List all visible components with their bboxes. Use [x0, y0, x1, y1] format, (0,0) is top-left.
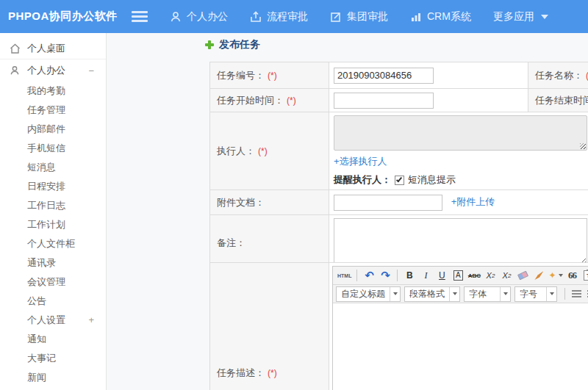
bold-button[interactable]: B — [402, 268, 417, 283]
description-label: 任务描述：(*) — [210, 263, 329, 390]
brush-icon — [534, 271, 543, 280]
workflow-approve-icon — [250, 11, 262, 23]
table-row: 任务描述：(*) HTML ↶ ↷ B I U A — [210, 263, 588, 390]
underline-button[interactable]: U — [434, 268, 449, 283]
paragraph-format-select[interactable]: 段落格式 — [404, 286, 460, 302]
caret-down-icon — [559, 274, 563, 277]
sidebar-item-personal-office[interactable]: 个人办公 − — [0, 59, 106, 82]
separator — [356, 270, 357, 281]
nav-more-apps[interactable]: 更多应用 — [493, 10, 548, 24]
choose-executor-link[interactable]: +选择执行人 — [334, 155, 387, 168]
caret-down-icon — [541, 15, 548, 19]
font-family-select[interactable]: 字体 — [464, 286, 511, 302]
remove-format-button[interactable] — [515, 268, 530, 283]
start-time-label: 任务开始时间：(*) — [210, 89, 329, 112]
wand-icon: ✦ — [548, 270, 556, 281]
task-name-label: 任务名称：(*) — [528, 62, 588, 89]
format-painter-button[interactable] — [531, 268, 546, 283]
sidebar-item-internal-mail[interactable]: 内部邮件 — [0, 120, 106, 139]
sidebar-submenu: 我的考勤 任务管理 内部邮件 手机短信 短消息 日程安排 工作日志 工作计划 个… — [0, 82, 106, 390]
editor-content-area[interactable] — [333, 303, 588, 390]
publish-task-form: 任务编号：(*) 任务名称：(*) 任务开始时间：(*) 任务结束时间：(*) … — [209, 62, 588, 271]
sms-remind-label: 短消息提示 — [408, 173, 456, 187]
clipboard-icon: T — [584, 270, 588, 281]
executor-textarea[interactable] — [334, 115, 587, 151]
sidebar: 个人桌面 个人办公 − 我的考勤 任务管理 内部邮件 手机短信 短消息 日程安排… — [0, 33, 107, 390]
blockquote-button[interactable]: 66 — [565, 268, 580, 283]
italic-button[interactable]: I — [418, 268, 433, 283]
sidebar-item-news[interactable]: 新闻 — [0, 368, 106, 387]
sidebar-item-personal-desktop[interactable]: 个人桌面 — [0, 37, 106, 59]
remind-executor-label: 提醒执行人： — [334, 173, 391, 187]
sidebar-item-meeting-management[interactable]: 会议管理 — [0, 272, 106, 292]
home-icon — [10, 43, 21, 54]
caret-down-icon — [390, 287, 400, 301]
paste-plain-button[interactable]: T — [581, 268, 588, 283]
separator — [564, 288, 565, 300]
highlight-button[interactable]: A — [451, 268, 465, 283]
end-time-label: 任务结束时间：(*) — [528, 89, 588, 112]
crm-chart-icon — [410, 11, 422, 23]
custom-heading-select[interactable]: 自定义标题 — [336, 286, 401, 302]
top-bar: PHPOA协同办公软件 个人办公 流程审批 集团审批 — [0, 0, 588, 33]
required-mark: (*) — [287, 95, 296, 106]
sms-remind-checkbox[interactable] — [395, 176, 404, 185]
required-mark: (*) — [258, 146, 268, 156]
user-icon — [170, 11, 182, 23]
sidebar-item-memorabilia[interactable]: 大事记 — [0, 349, 106, 368]
sidebar-item-announcement[interactable]: 公告 — [0, 292, 106, 311]
required-mark: (*) — [268, 71, 277, 81]
quick-format-button[interactable]: ✦ — [548, 268, 563, 283]
caret-down-icon — [500, 287, 510, 301]
app-window: PHPOA协同办公软件 个人办公 流程审批 集团审批 — [0, 0, 588, 390]
source-code-button[interactable]: HTML — [337, 268, 352, 283]
task-no-input[interactable] — [334, 68, 434, 84]
nav-group-approval[interactable]: 集团审批 — [330, 10, 388, 24]
sidebar-item-short-message[interactable]: 短消息 — [0, 158, 106, 177]
separator — [397, 270, 398, 281]
task-no-label: 任务编号：(*) — [210, 62, 329, 89]
sidebar-item-schedule[interactable]: 日程安排 — [0, 177, 106, 196]
user-icon — [10, 65, 21, 76]
expand-icon[interactable]: + — [88, 311, 94, 330]
attachment-input[interactable] — [334, 195, 442, 211]
nav-personal-office[interactable]: 个人办公 — [170, 10, 228, 24]
strikethrough-button[interactable]: ABC — [467, 268, 481, 283]
eraser-icon — [517, 271, 528, 281]
sidebar-item-work-diary[interactable]: 工作日志 — [0, 196, 106, 215]
start-time-input[interactable] — [334, 93, 434, 109]
redo-icon[interactable]: ↷ — [378, 268, 392, 283]
subscript-button[interactable]: X2 — [499, 268, 514, 283]
sidebar-item-vote-survey[interactable]: 投票调查 — [0, 387, 106, 390]
hamburger-menu-icon[interactable] — [132, 11, 148, 22]
align-left-icon[interactable] — [572, 290, 581, 298]
caret-down-icon — [449, 287, 459, 301]
add-task-icon — [204, 40, 215, 50]
check-icon — [396, 176, 402, 182]
sidebar-item-my-attendance[interactable]: 我的考勤 — [0, 82, 106, 101]
superscript-button[interactable]: X2 — [483, 268, 498, 283]
sidebar-item-contacts[interactable]: 通讯录 — [0, 253, 106, 272]
task-description-block: 任务描述：(*) HTML ↶ ↷ B I U A — [209, 262, 588, 390]
sidebar-item-mobile-sms[interactable]: 手机短信 — [0, 139, 106, 158]
nav-crm-system[interactable]: CRM系统 — [410, 10, 471, 24]
table-row: 附件文档： +附件上传 — [210, 190, 588, 215]
undo-icon[interactable]: ↶ — [362, 268, 376, 283]
required-mark: (*) — [268, 368, 277, 378]
app-logo: PHPOA协同办公软件 — [0, 10, 129, 24]
sidebar-item-task-management[interactable]: 任务管理 — [0, 101, 106, 120]
font-size-select[interactable]: 字号 — [514, 286, 557, 302]
sidebar-item-work-plan[interactable]: 工作计划 — [0, 215, 106, 234]
sidebar-item-personal-files[interactable]: 个人文件柜 — [0, 234, 106, 253]
sidebar-item-notice[interactable]: 通知 — [0, 330, 106, 349]
editor-toolbar-row2: 自定义标题 段落格式 字体 — [333, 285, 588, 303]
group-approve-icon — [330, 11, 342, 23]
page-title: 发布任务 — [204, 38, 260, 51]
nav-workflow-approval[interactable]: 流程审批 — [250, 10, 308, 24]
executor-label: 执行人：(*) — [210, 112, 329, 190]
sidebar-item-personal-settings[interactable]: 个人设置 + — [0, 311, 106, 330]
collapse-icon[interactable]: − — [88, 65, 94, 76]
remark-textarea[interactable] — [334, 218, 587, 265]
attachment-upload-link[interactable]: +附件上传 — [451, 195, 495, 209]
table-row: 执行人：(*) +选择执行人 提醒执行人： 短消息提示 — [210, 112, 588, 190]
